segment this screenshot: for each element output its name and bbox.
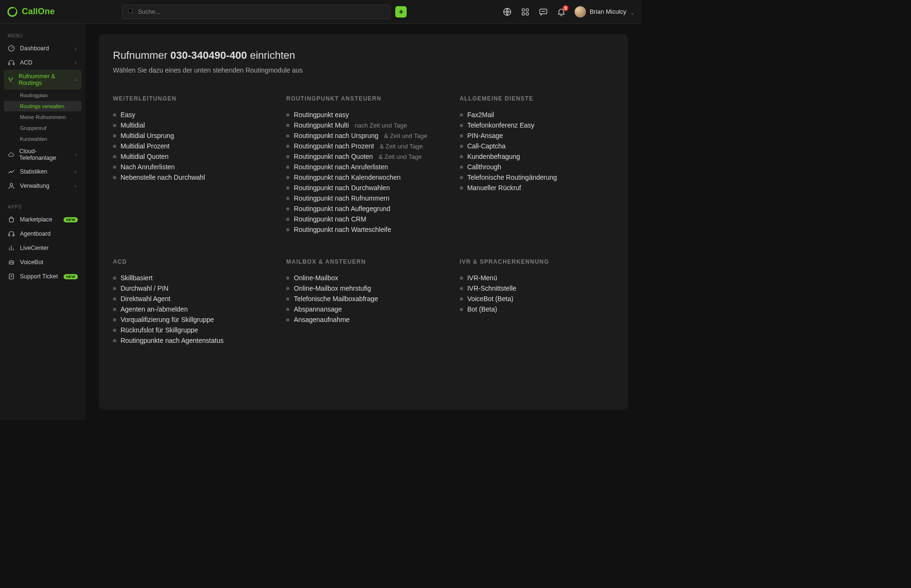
module-item[interactable]: Vorqualifizierung für Skillgruppe [113,314,267,325]
module-item[interactable]: Easy [113,110,267,120]
module-item-label: Telefonische Mailboxabfrage [294,295,378,303]
avatar [575,6,586,18]
module-item[interactable]: Routingpunkt nach Rufnummern [286,193,440,203]
sidebar-subitem-routingplan[interactable]: Routingplan [4,90,82,101]
module-item[interactable]: Durchwahl / PIN [113,283,267,294]
module-item[interactable]: Telefonische Routingänderung [460,172,614,183]
svg-point-15 [9,78,9,79]
sidebar-subitem-routings-verwalten[interactable]: Routings verwalten [4,101,82,111]
module-item[interactable]: Multidial Quoten [113,151,267,162]
ticket-icon [8,273,15,280]
module-item-label: Easy [121,111,135,119]
bullet-icon [286,155,289,158]
search-field[interactable] [138,8,385,15]
module-item[interactable]: Routingpunkt nach Quoten& Zeit und Tage [286,151,440,162]
module-item[interactable]: Skillbasiert [113,273,267,283]
svg-rect-14 [13,63,14,65]
module-item-label: Direktwahl Agent [121,295,170,303]
module-item[interactable]: Bot (Beta) [460,304,614,314]
module-item[interactable]: PIN-Ansage [460,130,614,141]
sidebar-item-support-ticket[interactable]: Support Ticket NEW [4,269,82,284]
module-item[interactable]: IVR-Schnittstelle [460,283,614,294]
module-item[interactable]: Routingpunkt nach Kalenderwochen [286,172,440,183]
module-item-label: Multidial Quoten [121,153,168,160]
sidebar-item-agentboard[interactable]: Agentboard [4,227,82,241]
module-item[interactable]: Routingpunkte nach Agentenstatus [113,335,267,346]
svg-point-17 [10,81,11,82]
module-item[interactable]: Direktwahl Agent [113,294,267,304]
sidebar-section-menu: MENU [4,30,82,41]
module-item[interactable]: Callthrough [460,162,614,172]
sidebar-item-dashboard[interactable]: Dashboard [4,41,82,55]
module-item[interactable]: Routingpunkt easy [286,110,440,120]
module-item[interactable]: Multidial Ursprung [113,130,267,141]
sidebar-section-apps: APPS [4,202,82,212]
sidebar-subitem-gruppenruf[interactable]: Gruppenruf [4,123,82,133]
module-item[interactable]: Multidial [113,120,267,130]
sidebar-subitem-kurzwahlen[interactable]: Kurzwahlen [4,134,82,144]
sidebar-item-cloud[interactable]: Cloud-Telefonanlage [4,145,82,165]
sidebar-item-rufnummer[interactable]: Rufnummer & Routings [4,70,82,90]
module-group-title: ACD [113,258,267,265]
bullet-icon [113,165,116,169]
logo[interactable]: CallOne [7,6,55,18]
module-group-title: ALLGEMEINE DIENSTE [460,95,614,102]
module-item[interactable]: Kundenbefragung [460,151,614,162]
module-item[interactable]: Online-Mailbox mehrstufig [286,283,440,294]
sidebar: MENU Dashboard ACD Rufnummer & Routings … [0,24,85,420]
svg-rect-6 [522,12,524,15]
module-item[interactable]: Routingpunkt nach Warteschleife [286,224,440,235]
module-item[interactable]: VoiceBot (Beta) [460,294,614,304]
chat-icon[interactable] [539,7,548,17]
module-item[interactable]: Routingpunkt nach Auflegegrund [286,203,440,214]
module-item[interactable]: Routingpunkt nach Durchwahlen [286,183,440,193]
bullet-icon [286,308,289,311]
module-item[interactable]: Multidial Prozent [113,141,267,151]
sidebar-item-livecenter[interactable]: LiveCenter [4,241,82,255]
user-menu[interactable]: Brian Miculcy [575,6,635,18]
module-item[interactable]: Manueller Rückruf [460,183,614,193]
bullet-icon [113,155,116,158]
module-item[interactable]: Rückrufslot für Skillgruppe [113,325,267,335]
sidebar-item-statistiken[interactable]: Statistiken [4,165,82,179]
module-item[interactable]: Routingpunkt nach CRM [286,214,440,224]
sidebar-item-verwaltung[interactable]: Verwaltung [4,179,82,193]
module-item[interactable]: Routingpunkt Multinach Zeit und Tage [286,120,440,130]
module-item[interactable]: Nach Anruferlisten [113,162,267,172]
module-item[interactable]: Telefonische Mailboxabfrage [286,294,440,304]
module-item-label: Routingpunkt nach Rufnummern [294,194,390,202]
bullet-icon [460,287,463,290]
module-item-muted: & Zeit und Tage [380,143,423,150]
module-item-muted: nach Zeit und Tage [354,122,407,129]
module-item[interactable]: Abspannansage [286,304,440,314]
module-item[interactable]: Routingpunkt nach Ursprung& Zeit und Tag… [286,130,440,141]
module-item[interactable]: Routingpunkt nach Prozent& Zeit und Tage [286,141,440,151]
module-item[interactable]: Agenten an-/abmelden [113,304,267,314]
search-input[interactable] [122,5,390,19]
globe-icon[interactable] [502,7,512,17]
add-button[interactable]: + [395,6,407,18]
module-item[interactable]: Nebenstelle nach Durchwahl [113,172,267,183]
sidebar-item-marketplace[interactable]: Marketplace NEW [4,212,82,227]
svg-point-9 [542,11,542,11]
module-item-muted: & Zeit und Tage [384,132,428,139]
notifications-button[interactable]: 3 [557,7,566,17]
module-item[interactable]: IVR-Menü [460,273,614,283]
svg-point-26 [12,262,12,263]
bullet-icon [460,297,463,301]
module-item[interactable]: Online-Mailbox [286,273,440,283]
module-item[interactable]: Routingpunkt nach Anruferlisten [286,162,440,172]
svg-rect-5 [526,9,528,11]
sidebar-item-voicebot[interactable]: VoiceBot [4,255,82,269]
module-item[interactable]: Fax2Mail [460,110,614,120]
sidebar-item-acd[interactable]: ACD [4,55,82,70]
sidebar-subitem-meine-rufnummern[interactable]: Meine Rufnummern [4,112,82,122]
user-name: Brian Miculcy [590,8,626,15]
module-item[interactable]: Ansagenaufnahme [286,314,440,325]
module-item[interactable]: Telefonkonferenz Easy [460,120,614,130]
module-item-label: Nebenstelle nach Durchwahl [121,174,205,181]
module-item[interactable]: Call-Captcha [460,141,614,151]
apps-icon[interactable] [521,7,530,17]
module-item-label: Online-Mailbox [294,274,338,282]
sidebar-item-label: ACD [20,59,32,66]
